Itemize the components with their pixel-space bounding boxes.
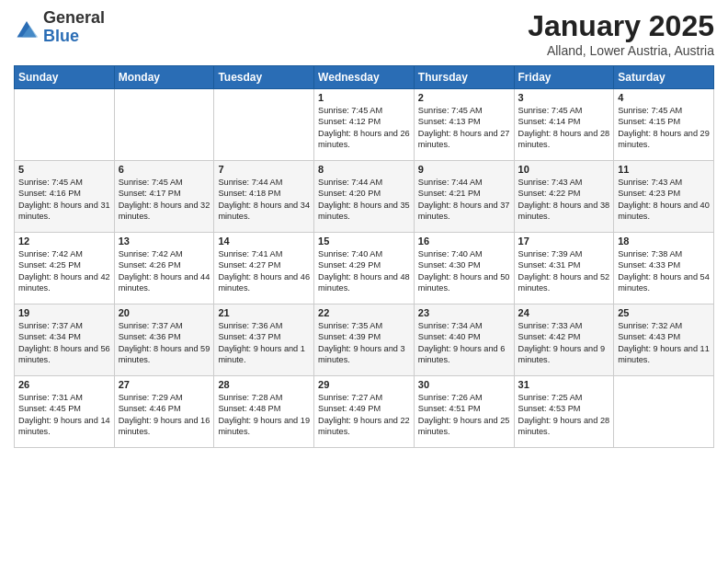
- calendar-cell: 16Sunrise: 7:40 AM Sunset: 4:30 PM Dayli…: [414, 233, 514, 304]
- calendar-subtitle: Alland, Lower Austria, Austria: [528, 43, 714, 58]
- calendar-cell: 29Sunrise: 7:27 AM Sunset: 4:49 PM Dayli…: [314, 376, 415, 448]
- day-number: 14: [218, 236, 310, 247]
- day-number: 31: [518, 379, 610, 390]
- day-content: Sunrise: 7:45 AM Sunset: 4:16 PM Dayligh…: [18, 177, 110, 223]
- header: General Blue January 2025 Alland, Lower …: [14, 9, 714, 58]
- calendar-cell: 28Sunrise: 7:28 AM Sunset: 4:48 PM Dayli…: [214, 376, 314, 448]
- day-content: Sunrise: 7:32 AM Sunset: 4:43 PM Dayligh…: [618, 320, 710, 366]
- day-content: Sunrise: 7:43 AM Sunset: 4:22 PM Dayligh…: [518, 177, 610, 223]
- page: General Blue January 2025 Alland, Lower …: [0, 0, 728, 563]
- day-number: 30: [418, 379, 510, 390]
- day-content: Sunrise: 7:26 AM Sunset: 4:51 PM Dayligh…: [418, 392, 510, 438]
- calendar-cell: 6Sunrise: 7:45 AM Sunset: 4:17 PM Daylig…: [114, 161, 214, 233]
- day-number: 28: [218, 379, 310, 390]
- day-content: Sunrise: 7:45 AM Sunset: 4:17 PM Dayligh…: [119, 177, 210, 223]
- day-number: 13: [119, 236, 210, 247]
- day-content: Sunrise: 7:29 AM Sunset: 4:46 PM Dayligh…: [119, 392, 210, 438]
- calendar-cell: 12Sunrise: 7:42 AM Sunset: 4:25 PM Dayli…: [15, 233, 115, 304]
- calendar-cell: [15, 89, 115, 161]
- calendar-cell: 25Sunrise: 7:32 AM Sunset: 4:43 PM Dayli…: [614, 304, 714, 376]
- calendar-title: January 2025: [528, 9, 714, 43]
- day-number: 19: [18, 307, 110, 318]
- day-number: 12: [18, 236, 110, 247]
- day-content: Sunrise: 7:34 AM Sunset: 4:40 PM Dayligh…: [418, 320, 510, 366]
- header-tuesday: Tuesday: [214, 66, 314, 89]
- day-number: 27: [119, 379, 210, 390]
- title-block: January 2025 Alland, Lower Austria, Aust…: [528, 9, 714, 58]
- calendar-cell: 2Sunrise: 7:45 AM Sunset: 4:13 PM Daylig…: [414, 89, 514, 161]
- calendar-cell: 3Sunrise: 7:45 AM Sunset: 4:14 PM Daylig…: [514, 89, 614, 161]
- day-content: Sunrise: 7:28 AM Sunset: 4:48 PM Dayligh…: [218, 392, 310, 438]
- logo: General Blue: [14, 9, 105, 46]
- calendar-cell: [214, 89, 314, 161]
- day-number: 20: [119, 307, 210, 318]
- day-content: Sunrise: 7:42 AM Sunset: 4:25 PM Dayligh…: [18, 248, 110, 294]
- day-number: 11: [618, 164, 710, 175]
- calendar-cell: 5Sunrise: 7:45 AM Sunset: 4:16 PM Daylig…: [15, 161, 115, 233]
- day-content: Sunrise: 7:44 AM Sunset: 4:21 PM Dayligh…: [418, 177, 510, 223]
- calendar-week-row-3: 19Sunrise: 7:37 AM Sunset: 4:34 PM Dayli…: [15, 304, 714, 376]
- logo-general-text: General: [43, 9, 105, 28]
- day-content: Sunrise: 7:37 AM Sunset: 4:36 PM Dayligh…: [119, 320, 210, 366]
- day-number: 23: [418, 307, 510, 318]
- day-content: Sunrise: 7:41 AM Sunset: 4:27 PM Dayligh…: [218, 248, 310, 294]
- day-content: Sunrise: 7:45 AM Sunset: 4:15 PM Dayligh…: [618, 105, 710, 151]
- calendar-cell: 8Sunrise: 7:44 AM Sunset: 4:20 PM Daylig…: [314, 161, 415, 233]
- logo-icon: [14, 15, 40, 40]
- day-number: 10: [518, 164, 610, 175]
- day-content: Sunrise: 7:38 AM Sunset: 4:33 PM Dayligh…: [618, 248, 710, 294]
- calendar-cell: 24Sunrise: 7:33 AM Sunset: 4:42 PM Dayli…: [514, 304, 614, 376]
- day-number: 18: [618, 236, 710, 247]
- calendar-cell: 23Sunrise: 7:34 AM Sunset: 4:40 PM Dayli…: [414, 304, 514, 376]
- calendar-cell: 14Sunrise: 7:41 AM Sunset: 4:27 PM Dayli…: [214, 233, 314, 304]
- calendar-cell: 4Sunrise: 7:45 AM Sunset: 4:15 PM Daylig…: [614, 89, 714, 161]
- header-saturday: Saturday: [614, 66, 714, 89]
- calendar-cell: 9Sunrise: 7:44 AM Sunset: 4:21 PM Daylig…: [414, 161, 514, 233]
- day-number: 26: [18, 379, 110, 390]
- calendar-cell: 20Sunrise: 7:37 AM Sunset: 4:36 PM Dayli…: [114, 304, 214, 376]
- calendar-week-row-1: 5Sunrise: 7:45 AM Sunset: 4:16 PM Daylig…: [15, 161, 714, 233]
- day-number: 21: [218, 307, 310, 318]
- day-number: 9: [418, 164, 510, 175]
- day-content: Sunrise: 7:36 AM Sunset: 4:37 PM Dayligh…: [218, 320, 310, 366]
- calendar-cell: 7Sunrise: 7:44 AM Sunset: 4:18 PM Daylig…: [214, 161, 314, 233]
- day-number: 7: [218, 164, 310, 175]
- calendar-cell: 26Sunrise: 7:31 AM Sunset: 4:45 PM Dayli…: [15, 376, 115, 448]
- day-number: 6: [119, 164, 210, 175]
- calendar-cell: 21Sunrise: 7:36 AM Sunset: 4:37 PM Dayli…: [214, 304, 314, 376]
- day-number: 15: [318, 236, 410, 247]
- day-content: Sunrise: 7:39 AM Sunset: 4:31 PM Dayligh…: [518, 248, 610, 294]
- day-content: Sunrise: 7:45 AM Sunset: 4:12 PM Dayligh…: [318, 105, 410, 151]
- calendar-week-row-2: 12Sunrise: 7:42 AM Sunset: 4:25 PM Dayli…: [15, 233, 714, 304]
- logo-blue-text: Blue: [43, 28, 105, 46]
- calendar-cell: 11Sunrise: 7:43 AM Sunset: 4:23 PM Dayli…: [614, 161, 714, 233]
- header-sunday: Sunday: [15, 66, 115, 89]
- header-monday: Monday: [114, 66, 214, 89]
- day-content: Sunrise: 7:42 AM Sunset: 4:26 PM Dayligh…: [119, 248, 210, 294]
- calendar-week-row-0: 1Sunrise: 7:45 AM Sunset: 4:12 PM Daylig…: [15, 89, 714, 161]
- header-thursday: Thursday: [414, 66, 514, 89]
- calendar-header-row: Sunday Monday Tuesday Wednesday Thursday…: [15, 66, 714, 89]
- day-number: 29: [318, 379, 410, 390]
- calendar-cell: 17Sunrise: 7:39 AM Sunset: 4:31 PM Dayli…: [514, 233, 614, 304]
- calendar-week-row-4: 26Sunrise: 7:31 AM Sunset: 4:45 PM Dayli…: [15, 376, 714, 448]
- day-number: 25: [618, 307, 710, 318]
- day-content: Sunrise: 7:25 AM Sunset: 4:53 PM Dayligh…: [518, 392, 610, 438]
- day-number: 17: [518, 236, 610, 247]
- calendar-cell: 27Sunrise: 7:29 AM Sunset: 4:46 PM Dayli…: [114, 376, 214, 448]
- calendar-cell: 1Sunrise: 7:45 AM Sunset: 4:12 PM Daylig…: [314, 89, 415, 161]
- calendar-cell: 13Sunrise: 7:42 AM Sunset: 4:26 PM Dayli…: [114, 233, 214, 304]
- day-content: Sunrise: 7:35 AM Sunset: 4:39 PM Dayligh…: [318, 320, 410, 366]
- day-content: Sunrise: 7:40 AM Sunset: 4:29 PM Dayligh…: [318, 248, 410, 294]
- day-content: Sunrise: 7:40 AM Sunset: 4:30 PM Dayligh…: [418, 248, 510, 294]
- day-number: 8: [318, 164, 410, 175]
- header-friday: Friday: [514, 66, 614, 89]
- day-number: 3: [518, 92, 610, 103]
- calendar-table: Sunday Monday Tuesday Wednesday Thursday…: [14, 65, 714, 448]
- calendar-cell: 31Sunrise: 7:25 AM Sunset: 4:53 PM Dayli…: [514, 376, 614, 448]
- calendar-cell: 15Sunrise: 7:40 AM Sunset: 4:29 PM Dayli…: [314, 233, 415, 304]
- calendar-cell: 18Sunrise: 7:38 AM Sunset: 4:33 PM Dayli…: [614, 233, 714, 304]
- day-content: Sunrise: 7:45 AM Sunset: 4:14 PM Dayligh…: [518, 105, 610, 151]
- day-number: 2: [418, 92, 510, 103]
- calendar-cell: 10Sunrise: 7:43 AM Sunset: 4:22 PM Dayli…: [514, 161, 614, 233]
